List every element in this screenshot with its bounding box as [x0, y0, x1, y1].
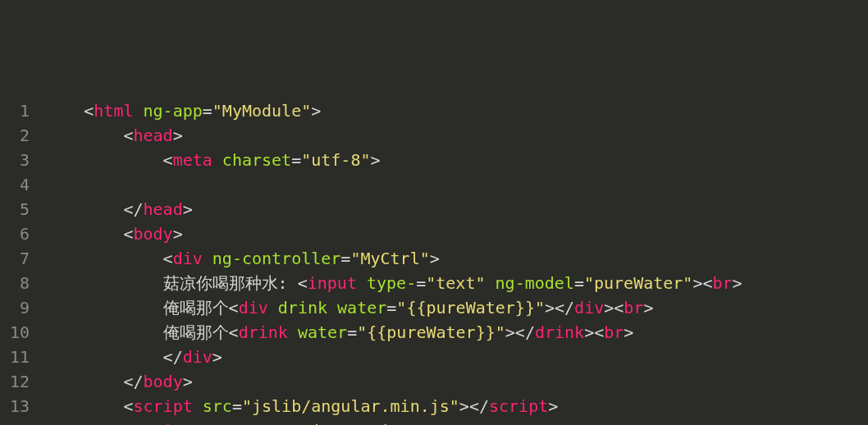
token-text: 菇凉你喝那种水:: [44, 273, 298, 293]
token-punct: [268, 298, 278, 318]
token-punct: [327, 298, 337, 318]
token-tag: div: [173, 249, 203, 268]
line-number: 4: [10, 172, 30, 197]
token-attr: water: [298, 322, 347, 342]
token-punct: =: [291, 150, 301, 170]
token-punct: >: [311, 101, 321, 121]
code-line[interactable]: <html ng-app="MyModule">: [44, 98, 868, 123]
token-text: 俺喝那个: [44, 298, 229, 318]
token-punct: ><: [692, 273, 712, 293]
token-punct: >: [183, 372, 193, 391]
token-text: 俺喝那个: [44, 322, 229, 342]
token-punct: <: [44, 249, 173, 268]
token-string: "text": [426, 273, 485, 293]
code-line[interactable]: <meta charset="utf-8">: [44, 148, 868, 172]
line-number-gutter: 1234567891011121314151617: [0, 98, 41, 425]
token-tag: div: [183, 347, 212, 367]
line-number: 5: [10, 197, 30, 222]
code-line[interactable]: <head>: [44, 123, 868, 148]
token-attr: type: [203, 421, 242, 425]
code-line[interactable]: </div>: [44, 345, 868, 369]
token-string: "MyCtrl": [350, 249, 429, 268]
code-line[interactable]: <script src="jslib/angular.min.js"></scr…: [44, 394, 868, 418]
token-punct: >: [173, 224, 183, 244]
token-string: "{{pureWater}}": [396, 298, 545, 318]
line-number: 10: [10, 320, 30, 345]
token-string: "jslib/angular.min.js": [242, 396, 459, 416]
token-string: "text/javascript": [252, 421, 420, 425]
line-number: 2: [10, 123, 30, 148]
token-tag: head: [133, 126, 172, 145]
token-punct: =: [416, 273, 426, 293]
code-line[interactable]: 俺喝那个<drink water="{{pureWater}}"></drink…: [44, 320, 868, 345]
code-line[interactable]: <script type="text/javascript">: [44, 418, 868, 425]
code-area[interactable]: <html ng-app="MyModule"> <head> <meta ch…: [41, 98, 868, 425]
token-tag: br: [624, 298, 643, 318]
token-attr: ng-app: [144, 101, 203, 121]
line-number: 7: [10, 246, 30, 271]
token-punct: >: [430, 249, 440, 268]
line-number: 12: [10, 369, 30, 394]
token-punct: [357, 273, 367, 293]
token-punct: >: [420, 421, 430, 425]
token-punct: <: [44, 150, 173, 170]
token-punct: [212, 150, 222, 170]
line-number: 14: [10, 418, 30, 425]
token-punct: <: [44, 421, 133, 425]
token-punct: =: [242, 421, 252, 425]
token-punct: [288, 322, 298, 342]
token-punct: >: [173, 126, 183, 145]
token-tag: body: [133, 224, 172, 244]
token-attr: ng-model: [496, 273, 574, 293]
line-number: 8: [10, 271, 30, 295]
code-line[interactable]: <body>: [44, 222, 868, 246]
token-punct: =: [574, 273, 584, 293]
token-string: "{{pureWater}}": [357, 322, 505, 342]
token-tag: br: [604, 322, 624, 342]
code-line[interactable]: [44, 172, 868, 197]
token-punct: ></: [459, 396, 489, 416]
code-line[interactable]: <div ng-controller="MyCtrl">: [44, 246, 868, 271]
code-line[interactable]: </body>: [44, 369, 868, 394]
token-tag: drink: [535, 322, 584, 342]
token-punct: >: [624, 322, 633, 342]
line-number: 1: [10, 98, 30, 123]
line-number: 11: [10, 345, 30, 369]
token-tag: drink: [239, 322, 288, 342]
token-punct: >: [643, 298, 653, 318]
token-tag: input: [308, 273, 357, 293]
token-punct: [193, 421, 203, 425]
token-attr: ng-controller: [212, 249, 341, 268]
token-punct: <: [44, 126, 133, 145]
token-punct: [203, 249, 212, 268]
token-punct: >: [548, 396, 558, 416]
token-punct: [486, 273, 496, 293]
token-punct: [133, 101, 143, 121]
token-punct: ><: [604, 298, 624, 318]
token-tag: script: [133, 396, 192, 416]
token-tag: div: [574, 298, 604, 318]
code-line[interactable]: 菇凉你喝那种水: <input type-="text" ng-model="p…: [44, 271, 868, 295]
token-tag: div: [239, 298, 268, 318]
line-number: 6: [10, 222, 30, 246]
token-punct: =: [203, 101, 212, 121]
token-punct: =: [386, 298, 396, 318]
token-attr: src: [203, 396, 232, 416]
line-number: 9: [10, 295, 30, 320]
token-punct: ><: [584, 322, 604, 342]
code-line[interactable]: </head>: [44, 197, 868, 222]
token-punct: =: [232, 396, 242, 416]
token-punct: <: [44, 396, 133, 416]
code-editor[interactable]: 1234567891011121314151617 <html ng-app="…: [0, 98, 868, 425]
token-attr: water: [337, 298, 386, 318]
token-punct: >: [183, 199, 193, 219]
token-punct: </: [44, 372, 143, 391]
token-tag: body: [144, 372, 183, 391]
token-tag: meta: [173, 150, 212, 170]
token-attr: type-: [367, 273, 416, 293]
code-line[interactable]: 俺喝那个<div drink water="{{pureWater}}"></d…: [44, 295, 868, 320]
token-punct: ></: [545, 298, 574, 318]
token-string: "utf-8": [301, 150, 370, 170]
token-punct: =: [347, 322, 357, 342]
token-tag: head: [144, 199, 183, 219]
